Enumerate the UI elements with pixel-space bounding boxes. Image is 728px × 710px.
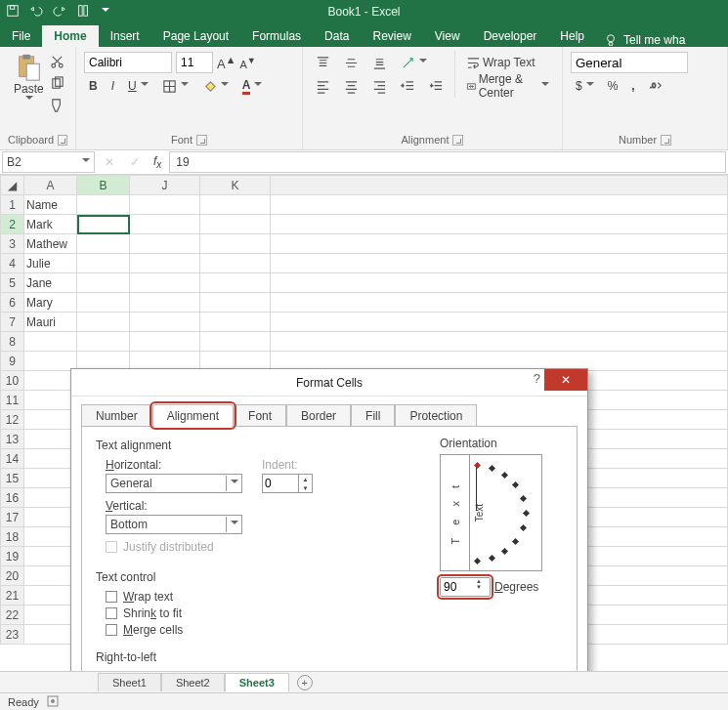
dialog-tab-font[interactable]: Font [234,404,286,427]
dialog-tab-border[interactable]: Border [286,404,351,427]
cell[interactable] [24,625,77,645]
cell[interactable] [200,273,271,293]
font-name-select[interactable] [84,52,172,73]
redo-icon[interactable] [53,4,66,21]
row-header[interactable]: 17 [1,508,24,527]
cell[interactable] [77,332,130,352]
cell[interactable] [24,547,77,566]
tab-help[interactable]: Help [548,25,596,47]
number-format-select[interactable] [571,52,688,73]
launcher-icon[interactable] [58,135,67,146]
row-header[interactable]: 2 [1,215,24,234]
tab-home[interactable]: Home [42,25,98,47]
dialog-tab-fill[interactable]: Fill [351,404,395,427]
cell[interactable] [24,527,77,547]
cell[interactable] [24,430,77,449]
orientation-dial[interactable]: Text [470,455,541,570]
tab-page-layout[interactable]: Page Layout [151,25,240,47]
row-header[interactable]: 12 [1,410,24,430]
underline-button[interactable]: U [123,76,153,96]
row-header[interactable]: 13 [1,430,24,449]
launcher-icon[interactable] [661,135,671,146]
row-header[interactable]: 22 [1,606,24,625]
wrap-text-button[interactable]: Wrap Text [461,51,540,74]
borders-button[interactable] [157,76,193,97]
cell[interactable] [24,508,77,527]
launcher-icon[interactable] [196,135,207,146]
dialog-tab-number[interactable]: Number [81,404,152,427]
cut-icon[interactable] [50,55,64,72]
row-header[interactable]: 19 [1,547,24,566]
bold-button[interactable]: B [84,76,103,96]
macro-record-icon[interactable] [47,695,59,709]
save-icon[interactable] [6,4,20,21]
cell[interactable] [24,586,77,606]
indent-spinner[interactable]: ▲▼ [262,474,313,493]
enter-formula-icon[interactable]: ✓ [122,155,148,169]
cell[interactable] [130,313,200,332]
add-sheet-button[interactable]: + [297,675,313,690]
col-header[interactable]: J [130,176,200,195]
tab-data[interactable]: Data [313,25,361,47]
cancel-formula-icon[interactable]: ✕ [97,155,122,169]
merge-cells-checkbox[interactable]: Merge cells [106,623,563,637]
cell[interactable]: Jane [24,273,77,293]
cell[interactable] [24,410,77,430]
cell[interactable] [77,254,130,273]
cell[interactable] [130,273,200,293]
row-header[interactable]: 7 [1,313,24,332]
row-header[interactable]: 11 [1,391,24,410]
tab-developer[interactable]: Developer [472,25,549,47]
row-header[interactable]: 21 [1,586,24,606]
row-header[interactable]: 4 [1,254,24,273]
cell[interactable]: Name [24,195,77,215]
cell[interactable] [200,195,271,215]
worksheet-grid[interactable]: ◢ABJK1Name2Mark3Mathew4Julie5Jane6Mary7M… [0,175,728,683]
cell[interactable]: Mauri [24,313,77,332]
cell[interactable] [200,313,271,332]
tab-review[interactable]: Review [361,25,422,47]
tab-formulas[interactable]: Formulas [240,25,313,47]
dialog-tab-protection[interactable]: Protection [395,404,477,427]
decrease-indent-icon[interactable] [396,76,420,97]
cell[interactable] [24,449,77,469]
fx-icon[interactable]: fx [148,154,167,170]
cell[interactable] [24,488,77,508]
row-header[interactable]: 9 [1,352,24,371]
select-all[interactable]: ◢ [1,176,24,195]
cell[interactable] [77,215,130,234]
cell[interactable] [130,254,200,273]
font-size-select[interactable] [176,52,213,73]
cell[interactable] [77,313,130,332]
touch-mode-icon[interactable] [76,4,90,21]
cell[interactable] [200,215,271,234]
cell[interactable] [24,352,77,371]
paste-button[interactable]: Paste [8,51,50,115]
formula-bar[interactable]: 19 [169,151,726,173]
cell[interactable]: Mary [24,293,77,313]
row-header[interactable]: 18 [1,527,24,547]
row-header[interactable]: 8 [1,332,24,352]
dialog-tab-alignment[interactable]: Alignment [152,404,234,427]
cell[interactable] [130,293,200,313]
qat-dropdown-icon[interactable] [102,8,109,16]
comma-format-icon[interactable]: , [626,76,639,96]
align-middle-icon[interactable] [339,53,364,73]
undo-icon[interactable] [29,4,43,21]
cell[interactable] [24,371,77,391]
row-header[interactable]: 14 [1,449,24,469]
cell[interactable]: Julie [24,254,77,273]
align-top-icon[interactable] [311,53,335,73]
orientation-control[interactable]: T e x t Text [440,454,542,571]
row-header[interactable]: 1 [1,195,24,215]
cell[interactable] [77,293,130,313]
sheet-tab-2[interactable]: Sheet2 [161,673,225,691]
sheet-tab-1[interactable]: Sheet1 [98,673,161,691]
italic-button[interactable]: I [107,76,119,96]
dialog-title-bar[interactable]: Format Cells ? ✕ [71,369,587,397]
cell[interactable] [130,234,200,254]
launcher-icon[interactable] [452,135,463,146]
sheet-tab-3[interactable]: Sheet3 [225,673,289,692]
cell[interactable] [24,332,77,352]
cell[interactable] [24,391,77,410]
